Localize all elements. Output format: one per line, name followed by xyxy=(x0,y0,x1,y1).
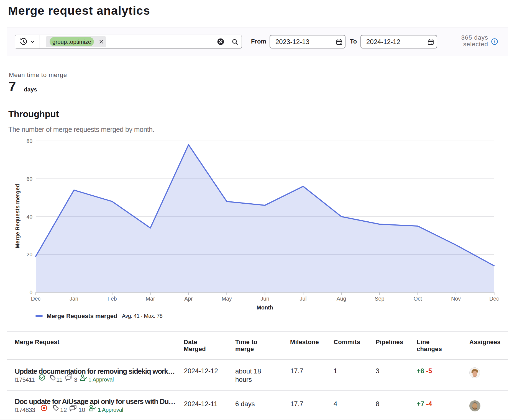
svg-text:Jun: Jun xyxy=(261,296,269,302)
svg-text:Oct: Oct xyxy=(414,296,422,302)
svg-text:20: 20 xyxy=(27,252,32,257)
svg-text:0: 0 xyxy=(29,290,32,295)
svg-text:80: 80 xyxy=(27,138,32,144)
svg-text:Sep: Sep xyxy=(375,296,385,302)
svg-text:Nov: Nov xyxy=(451,296,461,302)
svg-text:Jan: Jan xyxy=(70,296,78,302)
svg-text:Apr: Apr xyxy=(184,296,193,302)
svg-text:40: 40 xyxy=(27,214,32,220)
svg-text:Dec: Dec xyxy=(31,296,41,302)
svg-text:60: 60 xyxy=(27,176,32,182)
svg-text:Month: Month xyxy=(257,304,273,311)
svg-text:Aug: Aug xyxy=(337,296,346,302)
svg-text:Merge Requests merged: Merge Requests merged xyxy=(47,313,117,319)
svg-text:Feb: Feb xyxy=(107,296,117,302)
svg-text:May: May xyxy=(222,296,232,302)
svg-text:Mar: Mar xyxy=(146,296,155,302)
svg-text:Merge Requests merged: Merge Requests merged xyxy=(14,184,21,248)
svg-text:Avg: 41 · Max: 78: Avg: 41 · Max: 78 xyxy=(122,313,163,319)
svg-text:Jul: Jul xyxy=(300,296,307,302)
svg-text:Dec: Dec xyxy=(489,296,499,302)
